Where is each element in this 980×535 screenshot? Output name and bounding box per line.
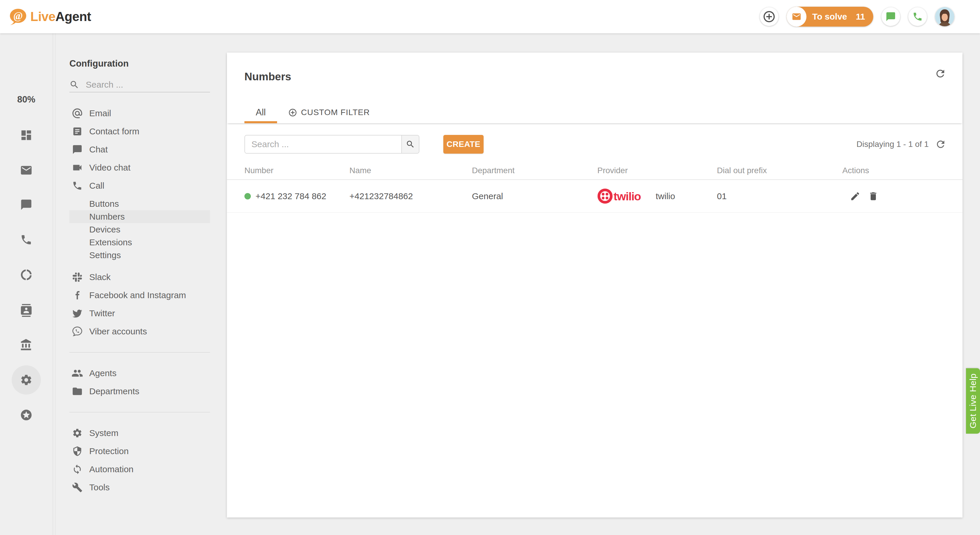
svg-text:twilio: twilio xyxy=(614,190,641,203)
settings-gear-icon[interactable] xyxy=(20,374,33,386)
search-icon xyxy=(69,80,80,89)
sidebar-item-label: Video chat xyxy=(89,163,130,172)
sidebar-item-label: Automation xyxy=(89,464,134,474)
icon-rail: 80% xyxy=(0,33,52,535)
provider-label: twilio xyxy=(655,191,675,201)
dashboard-icon[interactable] xyxy=(20,129,33,142)
create-button[interactable]: CREATE xyxy=(443,135,484,153)
table-search-input[interactable] xyxy=(245,136,401,153)
sidebar-item-chat[interactable]: Chat xyxy=(56,141,224,158)
refresh-icon[interactable] xyxy=(934,68,946,80)
email-at-icon xyxy=(72,107,83,119)
section-divider xyxy=(69,352,210,353)
to-solve-label: To solve xyxy=(812,12,847,22)
sidebar-item-contact-form[interactable]: Contact form xyxy=(56,122,224,141)
calls-button[interactable] xyxy=(908,7,927,26)
tab-custom-filter[interactable]: CUSTOM FILTER xyxy=(288,102,370,123)
to-solve-count: 11 xyxy=(856,12,865,22)
video-chat-icon xyxy=(72,162,83,173)
sidebar-item-label: Protection xyxy=(89,446,129,456)
table-header-row: Number Name Department Provider Dial out… xyxy=(227,162,963,180)
sidebar-item-viber-accounts[interactable]: Viber accounts xyxy=(56,323,224,340)
reports-donut-icon[interactable] xyxy=(20,268,33,281)
sidebar-item-tools[interactable]: Tools xyxy=(56,478,224,497)
number-cell: +421 232 784 862 xyxy=(244,191,349,201)
viber-icon xyxy=(72,326,83,337)
sidebar-item-devices[interactable]: Devices xyxy=(56,223,224,236)
column-header: Actions xyxy=(842,166,945,175)
sidebar-item-protection[interactable]: Protection xyxy=(56,442,224,460)
customers-card-icon[interactable] xyxy=(20,304,33,317)
sidebar-item-video-chat[interactable]: Video chat xyxy=(56,158,224,177)
pagination-info: Displaying 1 - 1 of 1 xyxy=(857,139,946,150)
sidebar-item-agents[interactable]: Agents xyxy=(56,364,224,382)
call-icon xyxy=(72,180,83,191)
add-circle-icon xyxy=(762,10,776,23)
sidebar-search[interactable] xyxy=(69,77,210,92)
sidebar-item-label: Contact form xyxy=(89,126,139,136)
sidebar-item-label: Settings xyxy=(89,250,121,260)
svg-text:@: @ xyxy=(13,10,23,22)
get-live-help-button[interactable]: Get Live Help xyxy=(966,368,980,434)
status-online-dot xyxy=(244,193,251,200)
sidebar-item-label: Facebook and Instagram xyxy=(89,290,186,300)
sidebar-item-settings[interactable]: Settings xyxy=(56,249,224,262)
billing-bank-icon[interactable] xyxy=(20,339,33,351)
provider-cell: twilio twilio xyxy=(597,188,717,204)
sidebar-title: Configuration xyxy=(69,58,129,69)
call-icon[interactable] xyxy=(20,234,32,246)
contact-form-icon xyxy=(72,126,83,137)
column-header: Department xyxy=(472,166,597,175)
chats-button[interactable] xyxy=(881,7,900,26)
twilio-logo: twilio xyxy=(597,188,648,204)
edit-icon[interactable] xyxy=(850,191,861,201)
sidebar-item-label: Call xyxy=(89,181,104,191)
sidebar-item-slack[interactable]: Slack xyxy=(56,268,224,286)
page-title: Numbers xyxy=(244,71,291,83)
department-cell: General xyxy=(472,191,597,201)
user-avatar[interactable] xyxy=(935,7,955,26)
tools-wrench-icon xyxy=(72,482,83,493)
sidebar-item-departments[interactable]: Departments xyxy=(56,382,224,400)
mail-icon[interactable] xyxy=(20,164,33,177)
sidebar-item-facebook-instagram[interactable]: Facebook and Instagram xyxy=(56,286,224,304)
sidebar-nav: Email Contact form Chat Video chat Call … xyxy=(56,104,224,497)
liveagent-logo[interactable]: @ LiveAgent xyxy=(9,8,91,25)
column-header: Name xyxy=(349,166,472,175)
name-cell: +421232784862 xyxy=(349,191,472,201)
sidebar-search-input[interactable] xyxy=(86,80,210,89)
add-button[interactable] xyxy=(760,7,778,26)
chat-bubble-icon xyxy=(886,11,896,22)
chat-icon[interactable] xyxy=(20,199,32,211)
chat-icon xyxy=(72,144,83,155)
sidebar-item-extensions[interactable]: Extensions xyxy=(56,236,224,249)
sidebar-item-email[interactable]: Email xyxy=(56,104,224,122)
delete-icon[interactable] xyxy=(868,191,878,201)
sidebar-item-automation[interactable]: Automation xyxy=(56,460,224,478)
system-gear-icon xyxy=(72,428,83,438)
refresh-icon[interactable] xyxy=(935,139,946,150)
sidebar-item-twitter[interactable]: Twitter xyxy=(56,304,224,323)
sidebar-item-label: System xyxy=(89,428,118,438)
column-header: Dial out prefix xyxy=(717,166,842,175)
table-row[interactable]: +421 232 784 862 +421232784862 General t… xyxy=(227,180,963,212)
sidebar-item-label: Buttons xyxy=(89,199,119,209)
sidebar-item-label: Extensions xyxy=(89,238,132,248)
liveagent-bubble-icon: @ xyxy=(9,8,27,25)
actions-cell xyxy=(842,191,945,201)
filter-tabs: All CUSTOM FILTER xyxy=(244,102,370,123)
topbar-controls: To solve 11 xyxy=(760,7,955,27)
sidebar-item-buttons[interactable]: Buttons xyxy=(56,197,224,210)
table-search[interactable] xyxy=(244,135,419,153)
column-header: Number xyxy=(244,166,349,175)
sidebar-item-call[interactable]: Call xyxy=(56,177,224,195)
numbers-panel: Numbers All CUSTOM FILTER xyxy=(227,53,963,517)
sidebar-item-label: Viber accounts xyxy=(89,326,147,336)
tab-all[interactable]: All xyxy=(244,102,277,123)
sidebar-item-numbers[interactable]: Numbers xyxy=(69,210,210,223)
search-submit-button[interactable] xyxy=(401,136,419,153)
to-solve-button[interactable]: To solve 11 xyxy=(787,7,873,27)
upgrade-star-icon[interactable] xyxy=(20,409,33,422)
sidebar-item-system[interactable]: System xyxy=(56,424,224,442)
configuration-sidebar: Configuration Email Contact form Chat Vi… xyxy=(56,33,224,535)
